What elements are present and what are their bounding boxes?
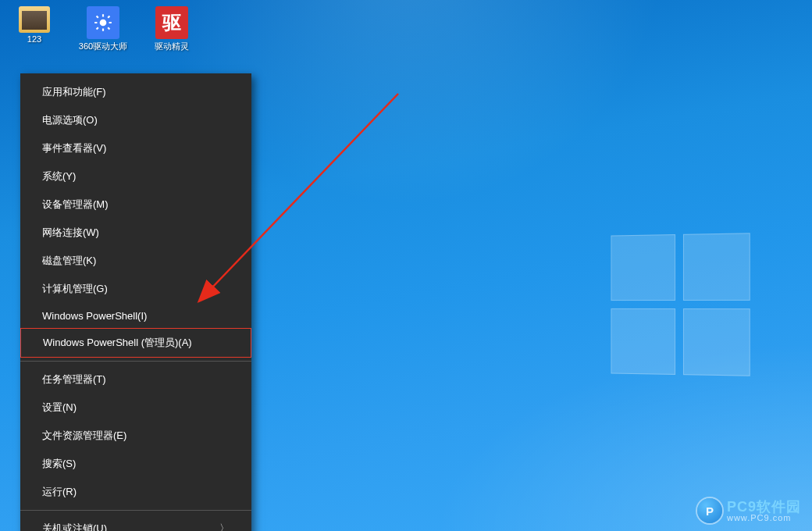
menu-separator (20, 361, 251, 362)
menu-shutdown-signout[interactable]: 关机或注销(U)〉 (20, 515, 251, 531)
desktop-icons-row: 123 360驱动大师 驱 驱动精灵 (12, 6, 194, 52)
menu-device-manager[interactable]: 设备管理器(M) (20, 191, 251, 219)
menu-power-options[interactable]: 电源选项(O) (20, 106, 251, 134)
menu-network-connections[interactable]: 网络连接(W) (20, 219, 251, 247)
folder-icon (19, 6, 50, 33)
menu-event-viewer[interactable]: 事件查看器(V) (20, 134, 251, 162)
gear-icon (87, 6, 119, 39)
menu-apps-features[interactable]: 应用和功能(F) (20, 78, 251, 106)
icon-label: 驱动精灵 (155, 41, 189, 52)
menu-system[interactable]: 系统(Y) (20, 162, 251, 191)
menu-task-manager[interactable]: 任务管理器(T) (20, 365, 251, 394)
desktop-icon-driver-genius[interactable]: 驱 驱动精灵 (149, 6, 194, 52)
menu-disk-management[interactable]: 磁盘管理(K) (20, 247, 251, 275)
menu-settings[interactable]: 设置(N) (20, 394, 251, 422)
icon-label: 360驱动大师 (79, 41, 127, 52)
menu-powershell-admin[interactable]: Windows PowerShell (管理员)(A) (20, 328, 251, 358)
chevron-right-icon: 〉 (219, 522, 230, 531)
menu-run[interactable]: 运行(R) (20, 478, 251, 506)
watermark-logo: P (697, 498, 722, 523)
driver-app-icon: 驱 (155, 6, 188, 39)
menu-separator (20, 510, 251, 511)
menu-search[interactable]: 搜索(S) (20, 450, 251, 478)
windows-logo (611, 233, 750, 376)
watermark-url: www.PC9.com (727, 514, 801, 522)
menu-file-explorer[interactable]: 文件资源管理器(E) (20, 422, 251, 450)
desktop-icon-folder[interactable]: 123 (12, 6, 57, 52)
icon-label: 123 (27, 34, 41, 44)
menu-computer-management[interactable]: 计算机管理(G) (20, 275, 251, 303)
desktop-icon-360driver[interactable]: 360驱动大师 (80, 6, 126, 52)
menu-powershell[interactable]: Windows PowerShell(I) (20, 303, 251, 329)
watermark: P PC9软件园 www.PC9.com (697, 498, 801, 523)
watermark-title: PC9软件园 (727, 500, 801, 514)
winx-context-menu: 应用和功能(F) 电源选项(O) 事件查看器(V) 系统(Y) 设备管理器(M)… (20, 73, 251, 531)
svg-point-0 (101, 20, 106, 26)
